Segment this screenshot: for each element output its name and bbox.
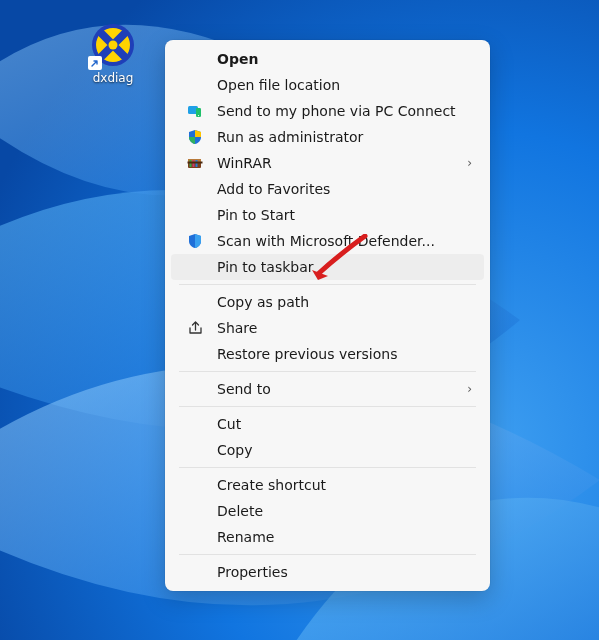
blank-icon bbox=[185, 292, 205, 312]
blank-icon bbox=[185, 257, 205, 277]
svg-point-3 bbox=[109, 41, 118, 50]
menu-scan-defender[interactable]: Scan with Microsoft Defender... bbox=[171, 228, 484, 254]
menu-cut[interactable]: Cut bbox=[171, 411, 484, 437]
blank-icon bbox=[185, 475, 205, 495]
blank-icon bbox=[185, 501, 205, 521]
share-icon bbox=[185, 318, 205, 338]
menu-add-to-favorites[interactable]: Add to Favorites bbox=[171, 176, 484, 202]
menu-separator bbox=[179, 467, 476, 468]
menu-send-to-phone[interactable]: Send to my phone via PC Connect bbox=[171, 98, 484, 124]
pc-connect-icon bbox=[185, 101, 205, 121]
winrar-icon bbox=[185, 153, 205, 173]
desktop-icon-label: dxdiag bbox=[78, 71, 148, 85]
menu-send-to[interactable]: Send to › bbox=[171, 376, 484, 402]
menu-pin-to-start[interactable]: Pin to Start bbox=[171, 202, 484, 228]
blank-icon bbox=[185, 562, 205, 582]
chevron-right-icon: › bbox=[458, 382, 472, 396]
svg-point-6 bbox=[198, 115, 199, 116]
menu-properties[interactable]: Properties bbox=[171, 559, 484, 585]
menu-pin-to-taskbar[interactable]: Pin to taskbar bbox=[171, 254, 484, 280]
menu-create-shortcut[interactable]: Create shortcut bbox=[171, 472, 484, 498]
menu-separator bbox=[179, 284, 476, 285]
menu-copy-as-path[interactable]: Copy as path bbox=[171, 289, 484, 315]
menu-share[interactable]: Share bbox=[171, 315, 484, 341]
menu-separator bbox=[179, 406, 476, 407]
shield-admin-icon bbox=[185, 127, 205, 147]
blank-icon bbox=[185, 179, 205, 199]
dxdiag-icon bbox=[90, 22, 136, 68]
menu-winrar[interactable]: WinRAR › bbox=[171, 150, 484, 176]
menu-rename[interactable]: Rename bbox=[171, 524, 484, 550]
chevron-right-icon: › bbox=[458, 156, 472, 170]
blank-icon bbox=[185, 205, 205, 225]
context-menu: Open Open file location Send to my phone… bbox=[165, 40, 490, 591]
menu-copy[interactable]: Copy bbox=[171, 437, 484, 463]
blank-icon bbox=[185, 49, 205, 69]
menu-separator bbox=[179, 371, 476, 372]
defender-shield-icon bbox=[185, 231, 205, 251]
blank-icon bbox=[185, 344, 205, 364]
menu-open[interactable]: Open bbox=[171, 46, 484, 72]
blank-icon bbox=[185, 414, 205, 434]
blank-icon bbox=[185, 379, 205, 399]
svg-rect-12 bbox=[188, 162, 203, 164]
blank-icon bbox=[185, 527, 205, 547]
menu-delete[interactable]: Delete bbox=[171, 498, 484, 524]
menu-run-as-administrator[interactable]: Run as administrator bbox=[171, 124, 484, 150]
desktop-icon-dxdiag[interactable]: dxdiag bbox=[78, 22, 148, 85]
menu-separator bbox=[179, 554, 476, 555]
blank-icon bbox=[185, 75, 205, 95]
shortcut-arrow-icon bbox=[88, 56, 102, 70]
blank-icon bbox=[185, 440, 205, 460]
menu-open-file-location[interactable]: Open file location bbox=[171, 72, 484, 98]
menu-restore-previous-versions[interactable]: Restore previous versions bbox=[171, 341, 484, 367]
